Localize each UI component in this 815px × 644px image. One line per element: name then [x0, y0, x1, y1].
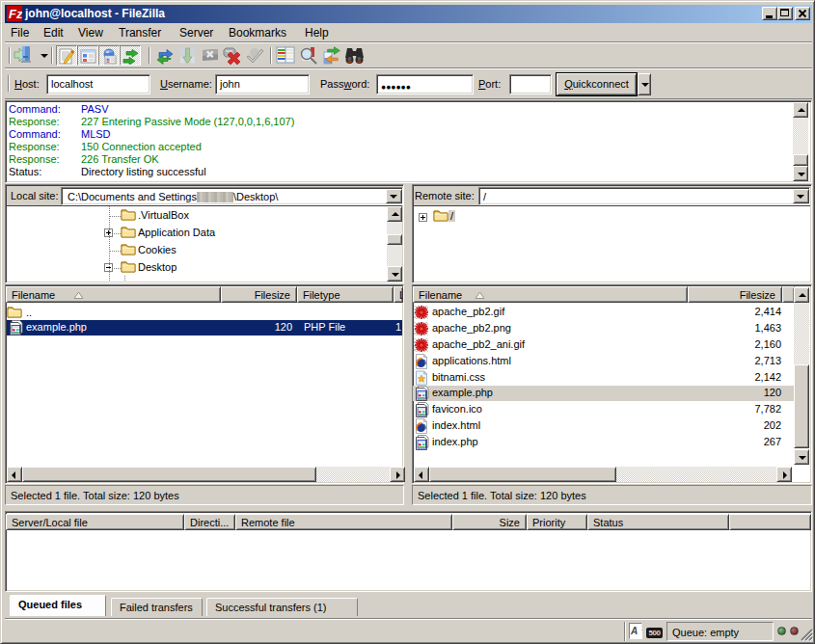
svg-text:Fz: Fz — [9, 7, 22, 21]
